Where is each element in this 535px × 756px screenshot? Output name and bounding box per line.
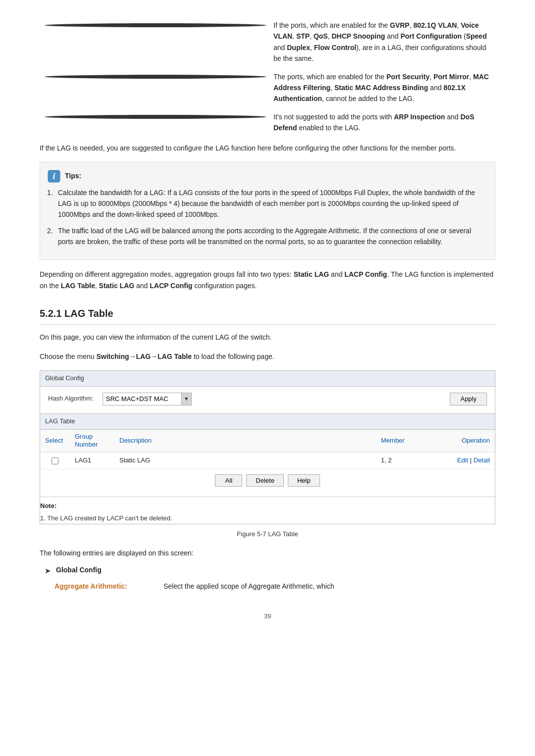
bullet-list: If the ports, which are enabled for the … <box>40 20 495 134</box>
bullet-text-2: The ports, which are enabled for the Por… <box>273 71 495 104</box>
table-row-group: LAG1 <box>70 453 114 469</box>
pipe-separator: | <box>470 456 474 464</box>
note-section: Note: 1. The LAG created by LACP can't b… <box>40 497 495 524</box>
help-button[interactable]: Help <box>288 474 320 487</box>
section-intro: On this page, you can view the informati… <box>40 332 495 343</box>
select-dropdown-icon[interactable]: ▼ <box>182 393 192 405</box>
table-row-select-cell <box>40 453 70 469</box>
figure-caption: Figure 5-7 LAG Table <box>40 529 495 540</box>
lag-table-section: LAG Table Select Group Number Descriptio… <box>40 413 495 492</box>
tips-item-2: 2. The traffic load of the LAG will be b… <box>47 225 486 248</box>
bullet-item-3: It's not suggested to add the ports with… <box>40 111 495 134</box>
table-row-member: 1, 2 <box>376 453 435 469</box>
lag-table: Select Group Number Description Member O… <box>40 430 495 470</box>
th-select: Select <box>40 430 70 453</box>
lag-modes-text: Depending on different aggregation modes… <box>40 269 495 292</box>
aggregate-arithmetic-row: Aggregate Arithmetic: Select the applied… <box>40 581 495 592</box>
hash-algorithm-select-wrap[interactable]: SRC MAC+DST MAC SRC MAC DST MAC ▼ <box>103 393 192 405</box>
tip-num-1: 1. <box>47 187 58 220</box>
menu-path: Choose the menu Switching→LAG→LAG Table … <box>40 351 495 362</box>
arrow-icon: ➤ <box>45 565 51 577</box>
table-row-description: Static LAG <box>114 453 376 469</box>
bullet-dot <box>45 75 267 79</box>
tips-box: i Tips: 1. Calculate the bandwidth for a… <box>40 162 495 260</box>
page-number: 39 <box>40 611 495 622</box>
note-label: Note: <box>40 501 495 511</box>
global-config-section-label: Global Config <box>56 564 102 575</box>
bullet-dot <box>45 23 267 27</box>
lag-intro-text: If the LAG is needed, you are suggested … <box>40 143 495 154</box>
bullet-item-1: If the ports, which are enabled for the … <box>40 20 495 64</box>
following-entries-label: The following entries are displayed on t… <box>40 548 495 558</box>
bullet-item-2: The ports, which are enabled for the Por… <box>40 71 495 104</box>
th-group-number: Group Number <box>70 430 114 453</box>
table-row-operation: Edit | Detail <box>435 453 495 469</box>
tips-icon: i <box>47 169 61 183</box>
hash-algorithm-select[interactable]: SRC MAC+DST MAC SRC MAC DST MAC <box>103 393 182 405</box>
tips-item-1: 1. Calculate the bandwidth for a LAG: If… <box>47 187 486 220</box>
tip-text-1: Calculate the bandwidth for a LAG: If a … <box>58 187 486 220</box>
bullet-dot <box>45 115 267 119</box>
tips-numbered-list: 1. Calculate the bandwidth for a LAG: If… <box>47 187 486 248</box>
section-heading: 5.2.1 LAG Table <box>40 305 495 325</box>
th-group-number-wrap: Group Number <box>75 433 109 450</box>
svg-text:i: i <box>53 171 55 181</box>
delete-button[interactable]: Delete <box>246 474 284 487</box>
table-row: LAG1 Static LAG 1, 2 Edit | Detail <box>40 453 495 469</box>
th-operation: Operation <box>435 430 495 453</box>
tips-label: Tips: <box>65 170 81 181</box>
hash-algorithm-label: Hash Algorithm: <box>48 394 94 404</box>
table-buttons: All Delete Help <box>40 469 495 492</box>
apply-button[interactable]: Apply <box>450 393 487 405</box>
all-button[interactable]: All <box>215 474 242 487</box>
tip-text-2: The traffic load of the LAG will be bala… <box>58 225 486 248</box>
edit-link[interactable]: Edit <box>457 456 468 464</box>
note-text: 1. The LAG created by LACP can't be dele… <box>40 513 495 524</box>
bullet-text-1: If the ports, which are enabled for the … <box>273 20 495 64</box>
tip-num-2: 2. <box>47 225 58 248</box>
global-config-header: Global Config <box>40 371 495 387</box>
tips-header: i Tips: <box>47 169 486 183</box>
th-group-line2: Number <box>75 441 109 449</box>
th-member: Member <box>376 430 435 453</box>
lag-table-header: LAG Table <box>40 414 495 430</box>
bullet-text-3: It's not suggested to add the ports with… <box>273 111 495 134</box>
table-header-row: Select Group Number Description Member O… <box>40 430 495 453</box>
detail-link[interactable]: Detail <box>474 456 490 464</box>
th-description: Description <box>114 430 376 453</box>
row-checkbox[interactable] <box>52 457 58 464</box>
ui-container: Global Config Hash Algorithm: SRC MAC+DS… <box>40 370 495 524</box>
th-group-line1: Group <box>75 433 109 441</box>
global-config-section-entry: ➤ Global Config <box>40 564 495 577</box>
aggregate-arithmetic-desc: Select the applied scope of Aggregate Ar… <box>163 581 495 592</box>
aggregate-arithmetic-label: Aggregate Arithmetic: <box>54 581 163 592</box>
global-config-row: Hash Algorithm: SRC MAC+DST MAC SRC MAC … <box>40 387 495 413</box>
checkbox-wrapper[interactable] <box>45 457 65 464</box>
